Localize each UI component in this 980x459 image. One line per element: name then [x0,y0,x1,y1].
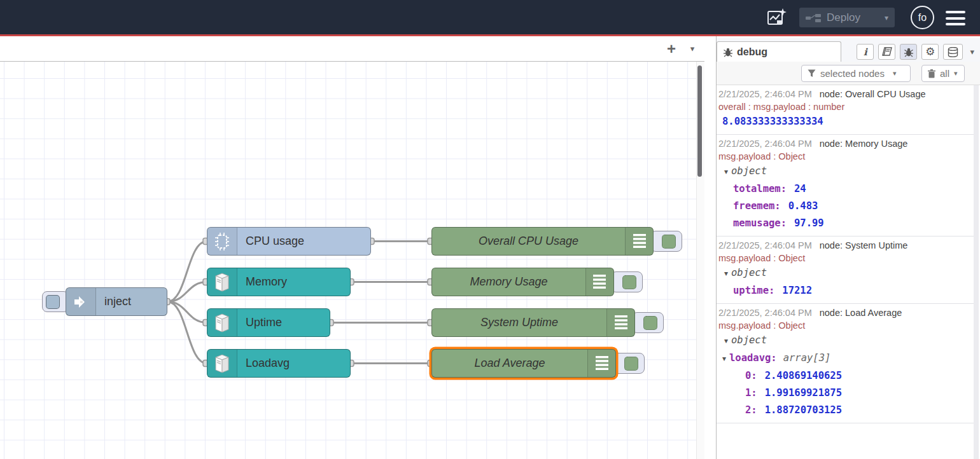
tab-debug-label: debug [737,46,767,58]
context-data-tab-button[interactable] [943,44,963,60]
clear-caret-icon: ▾ [954,69,958,78]
message-meta: 2/21/2025, 2:46:04 PM node: Overall CPU … [718,88,973,100]
info-tab-button[interactable]: i [857,44,874,60]
filter-selected-nodes-button[interactable]: selected nodes ▾ [801,65,911,82]
assistant-chart-sparkle-icon[interactable] [764,6,788,30]
node-uptime[interactable]: Uptime [207,308,330,337]
clear-label: all [940,68,949,79]
debug-tab-button[interactable] [900,44,917,60]
deploy-caret-icon[interactable]: ▾ [878,13,888,22]
gear-icon: ⚙ [925,45,935,58]
object-label: object [731,267,767,278]
node-loadavg[interactable]: Loadavg [207,349,351,378]
sidebar-resize-handle[interactable] [704,36,716,459]
header-bar: Deploy ▾ fo [0,0,980,36]
message-value: 8.083333333333334 [718,113,973,130]
message-property: overall : msg.payload : number [718,100,973,113]
inject-icon-region [66,288,96,315]
node-red-editor: Deploy ▾ fo + ▾ [0,0,980,459]
message-meta: 2/21/2025, 2:46:04 PM node: System Uptim… [718,239,973,252]
entry-value: 2.40869140625 [765,370,842,381]
object-label: object [731,165,767,177]
node-cpu-usage[interactable]: CPU usage [207,227,371,256]
node-overall-cpu-usage[interactable]: Overall CPU Usage [431,227,654,256]
object-entry: uptime:17212 [718,282,973,299]
node-label: CPU usage [237,235,312,248]
avatar-initials: fo [918,12,927,24]
server-tower-icon [213,312,232,334]
debug-message: 2/21/2025, 2:46:04 PM node: Overall CPU … [717,85,976,135]
sidebar-scrollbar-track[interactable] [974,85,979,459]
server-icon-region [207,350,237,377]
collapse-caret-icon[interactable]: ▾ [724,167,728,176]
tab-debug[interactable]: debug [717,41,841,62]
debug-toggle-button[interactable] [613,353,645,374]
funnel-icon [808,69,816,78]
clear-messages-button[interactable]: all ▾ [921,65,965,82]
debug-message: 2/21/2025, 2:46:04 PM node: Load Average… [717,304,976,423]
entry-value: 17212 [782,285,812,296]
timestamp: 2/21/2025, 2:46:04 PM [718,239,812,252]
debug-toggle-button[interactable] [611,271,643,292]
server-icon-region [207,309,237,336]
node-label: System Uptime [472,316,566,329]
source-node: node: Overall CPU Usage [820,88,926,100]
object-label: object [731,334,767,346]
debug-toggle-inner [622,275,636,289]
flow-canvas[interactable] [0,62,704,459]
add-flow-button[interactable]: + [662,39,681,58]
timestamp: 2/21/2025, 2:46:04 PM [718,306,812,319]
node-memory-usage[interactable]: Memory Usage [431,268,614,296]
debug-list-icon-region [625,228,653,255]
sidebar-menu-caret-icon[interactable]: ▾ [970,47,974,57]
debug-toggle-button[interactable] [632,312,664,333]
node-label: inject [96,295,139,308]
collapse-caret-icon[interactable]: ▾ [724,269,728,278]
node-label: Uptime [237,316,290,329]
server-tower-icon [213,271,232,293]
node-label: Memory [237,275,295,289]
sidebar-icon-buttons: i [857,44,974,60]
object-entry: freemem:0.483 [718,198,973,215]
main-menu-button[interactable] [946,11,965,25]
object-row: ▾object [718,332,973,350]
node-load-average[interactable]: Load Average [431,349,616,378]
collapse-caret-icon[interactable]: ▾ [724,336,728,345]
canvas-scrollbar-thumb[interactable] [697,65,702,177]
debug-message-list: 2/21/2025, 2:46:04 PM node: Overall CPU … [717,85,976,459]
debug-toggle-inner [624,357,638,371]
debug-toggle-inner [662,235,676,249]
entry-value: 97.99 [794,217,824,229]
node-label: Memory Usage [461,275,556,289]
cpu-chip-icon [214,232,230,251]
entry-key: loadavg: [729,352,777,364]
debug-list-icon-region [587,350,615,377]
entry-key: 0: [745,370,757,381]
deploy-nodes-icon [806,13,821,22]
flow-list-caret-icon[interactable]: ▾ [685,39,700,58]
entry-key: freemem: [733,200,781,212]
entry-value: 24 [794,183,806,195]
arrow-right-icon [74,296,88,308]
node-system-uptime[interactable]: System Uptime [431,308,635,337]
info-icon: i [864,46,867,58]
deploy-button[interactable]: Deploy ▾ [799,8,895,27]
menu-bar [946,11,965,13]
node-memory[interactable]: Memory [207,268,351,296]
deploy-label: Deploy [827,11,860,24]
inject-trigger-button[interactable] [42,291,69,312]
user-avatar[interactable]: fo [911,6,934,29]
bug-icon [723,47,733,57]
collapse-caret-icon[interactable]: ▾ [722,354,726,363]
node-label: Load Average [466,357,553,370]
node-inject[interactable]: inject [66,287,167,316]
list-lines-icon [633,233,647,250]
config-nodes-tab-button[interactable]: ⚙ [921,44,939,60]
timestamp: 2/21/2025, 2:46:04 PM [718,88,812,100]
help-tab-button[interactable] [878,44,895,60]
server-icon-region [207,268,237,296]
chart-sparkle-icon [765,6,788,29]
entry-key: totalmem: [733,183,787,195]
sidebar-tab-row: debug i [717,38,980,62]
debug-toggle-button[interactable] [650,231,682,252]
